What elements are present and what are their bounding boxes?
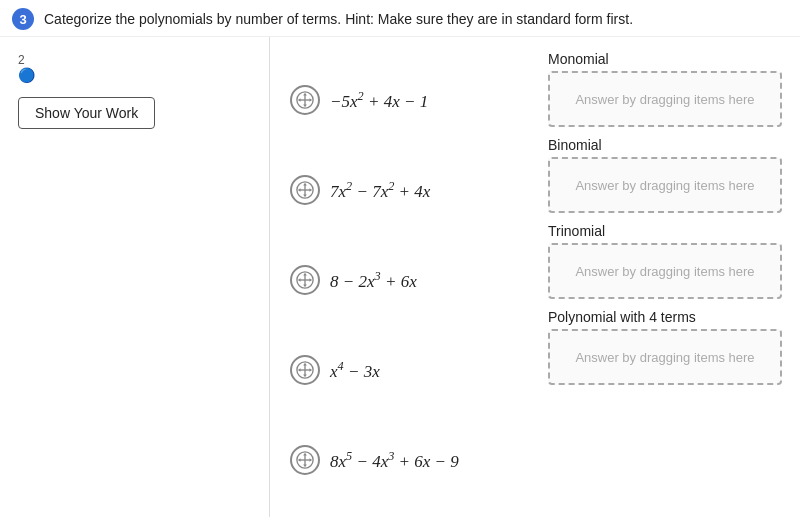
svg-marker-12 (298, 188, 301, 192)
svg-marker-24 (303, 363, 307, 366)
svg-marker-11 (303, 195, 307, 198)
category-label-trinomial: Trinomial (548, 223, 782, 239)
category-binomial: Binomial Answer by dragging items here (548, 137, 782, 213)
svg-marker-19 (298, 278, 301, 282)
svg-marker-26 (298, 368, 301, 372)
svg-marker-25 (303, 375, 307, 378)
question-text: Categorize the polynomials by number of … (44, 11, 633, 27)
expressions-panel: −5x2 + 4x − 1 7x2 − 7x2 + 4x (270, 37, 530, 517)
drag-icon-3[interactable] (290, 265, 320, 295)
svg-marker-18 (303, 285, 307, 288)
svg-marker-4 (303, 105, 307, 108)
left-panel: 2 🔵 Show Your Work (0, 37, 270, 517)
expression-row-5: 8x5 − 4x3 + 6x − 9 (290, 415, 510, 505)
expression-5[interactable]: 8x5 − 4x3 + 6x − 9 (330, 449, 490, 472)
category-trinomial: Trinomial Answer by dragging items here (548, 223, 782, 299)
svg-marker-5 (298, 98, 301, 102)
category-label-polynomial4: Polynomial with 4 terms (548, 309, 782, 325)
show-work-button[interactable]: Show Your Work (18, 97, 155, 129)
drop-zone-polynomial4[interactable]: Answer by dragging items here (548, 329, 782, 385)
main-area: 2 🔵 Show Your Work −5x2 + 4x − 1 (0, 37, 800, 517)
drag-icon-1[interactable] (290, 85, 320, 115)
svg-marker-33 (298, 458, 301, 462)
drop-zone-trinomial[interactable]: Answer by dragging items here (548, 243, 782, 299)
svg-marker-34 (310, 458, 313, 462)
expression-1[interactable]: −5x2 + 4x − 1 (330, 89, 490, 112)
drag-icon-4[interactable] (290, 355, 320, 385)
svg-marker-17 (303, 273, 307, 276)
category-polynomial4: Polynomial with 4 terms Answer by draggi… (548, 309, 782, 385)
svg-marker-27 (310, 368, 313, 372)
category-label-binomial: Binomial (548, 137, 782, 153)
svg-marker-31 (303, 453, 307, 456)
svg-marker-13 (310, 188, 313, 192)
expression-row-4: x4 − 3x (290, 325, 510, 415)
svg-marker-3 (303, 93, 307, 96)
drag-icon-2[interactable] (290, 175, 320, 205)
expression-4[interactable]: x4 − 3x (330, 359, 490, 382)
drop-zone-binomial[interactable]: Answer by dragging items here (548, 157, 782, 213)
drag-icon-5[interactable] (290, 445, 320, 475)
expression-2[interactable]: 7x2 − 7x2 + 4x (330, 179, 490, 202)
attempt-icon: 🔵 (18, 67, 35, 83)
svg-marker-10 (303, 183, 307, 186)
question-badge: 3 (12, 8, 34, 30)
attempt-indicator: 2 🔵 (18, 53, 251, 83)
category-monomial: Monomial Answer by dragging items here (548, 51, 782, 127)
expression-3[interactable]: 8 − 2x3 + 6x (330, 269, 490, 292)
question-header: 3 Categorize the polynomials by number o… (0, 0, 800, 37)
svg-marker-32 (303, 465, 307, 468)
drop-zone-monomial[interactable]: Answer by dragging items here (548, 71, 782, 127)
category-label-monomial: Monomial (548, 51, 782, 67)
svg-marker-20 (310, 278, 313, 282)
right-panel: Monomial Answer by dragging items here B… (530, 37, 800, 517)
expression-row-1: −5x2 + 4x − 1 (290, 55, 510, 145)
attempt-number: 2 (18, 53, 25, 67)
expression-row-2: 7x2 − 7x2 + 4x (290, 145, 510, 235)
svg-marker-6 (310, 98, 313, 102)
expression-row-3: 8 − 2x3 + 6x (290, 235, 510, 325)
